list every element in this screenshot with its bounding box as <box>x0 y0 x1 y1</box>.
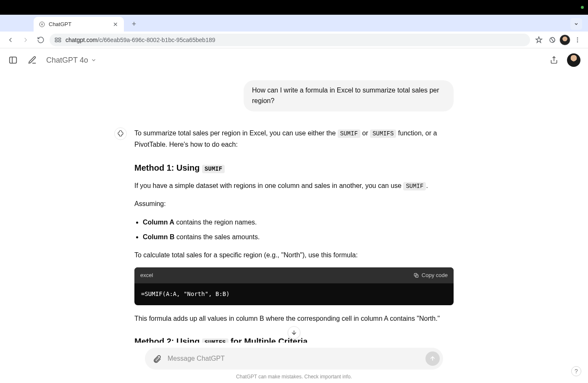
os-top-bar <box>0 0 588 15</box>
chatgpt-header: ChatGPT 4o <box>0 48 588 72</box>
browser-menu-icon[interactable] <box>571 34 584 46</box>
send-button[interactable] <box>425 351 440 366</box>
site-info-icon[interactable] <box>55 37 61 42</box>
method1-paragraph: If you have a simple dataset with region… <box>134 180 454 192</box>
svg-point-8 <box>577 41 578 42</box>
scroll-down-button[interactable] <box>288 326 300 339</box>
reload-button[interactable] <box>34 34 47 46</box>
address-input[interactable]: chatgpt.com/c/66eab59a-696c-8002-b1bc-95… <box>50 34 530 46</box>
assistant-intro: To summarize total sales per region in E… <box>134 127 454 151</box>
svg-rect-4 <box>58 40 60 42</box>
help-button[interactable]: ? <box>571 366 581 376</box>
arrow-up-icon <box>429 355 436 362</box>
attach-file-icon[interactable] <box>152 353 163 364</box>
message-input[interactable] <box>168 355 420 362</box>
svg-rect-9 <box>10 57 17 63</box>
assistant-message: To summarize total sales per region in E… <box>134 127 454 343</box>
message-input-bar[interactable] <box>145 348 443 370</box>
toggle-sidebar-icon[interactable] <box>8 55 18 66</box>
svg-rect-2 <box>58 38 60 39</box>
assistant-avatar-icon <box>114 127 127 140</box>
close-tab-icon[interactable]: ✕ <box>112 21 119 28</box>
model-selector[interactable]: ChatGPT 4o <box>46 56 97 65</box>
svg-point-6 <box>577 37 578 39</box>
calc-text: To calculate total sales for a specific … <box>134 249 454 261</box>
chevron-down-icon <box>91 57 97 63</box>
user-avatar-icon[interactable] <box>567 53 580 67</box>
list-item: Column A contains the region names. <box>143 217 454 228</box>
svg-rect-3 <box>55 40 57 42</box>
code-block: excel Copy code =SUMIF(A:A, "North", B:B… <box>134 267 454 305</box>
disclaimer-text: ChatGPT can make mistakes. Check importa… <box>0 374 588 380</box>
chatgpt-favicon-icon <box>39 21 45 28</box>
back-button[interactable] <box>4 34 17 46</box>
copy-code-button[interactable]: Copy code <box>413 271 448 280</box>
share-icon[interactable] <box>549 55 559 66</box>
svg-rect-1 <box>55 38 57 39</box>
code-language: excel <box>140 271 153 280</box>
browser-tab[interactable]: ChatGPT ✕ <box>34 17 124 32</box>
browser-tab-strip: ChatGPT ✕ + <box>0 15 588 32</box>
url-text: chatgpt.com/c/66eab59a-696c-8002-b1bc-95… <box>66 37 215 43</box>
model-name: ChatGPT 4o <box>46 56 88 65</box>
assumptions-list: Column A contains the region names. Colu… <box>143 217 454 243</box>
conversation-area: How can I write a formula in Excel to su… <box>0 72 588 343</box>
tabs-dropdown-button[interactable] <box>570 18 582 30</box>
code-content[interactable]: =SUMIF(A:A, "North", B:B) <box>134 283 454 305</box>
profile-avatar-icon[interactable] <box>559 34 570 45</box>
tab-title: ChatGPT <box>49 21 71 27</box>
new-tab-button[interactable]: + <box>128 18 140 30</box>
assuming-label: Assuming: <box>134 198 454 209</box>
bookmark-icon[interactable] <box>533 34 545 46</box>
code-inline: SUMIF <box>338 129 360 138</box>
arrow-down-icon <box>291 329 297 336</box>
code-inline: SUMIFS <box>370 129 396 138</box>
svg-point-7 <box>577 39 578 40</box>
user-message: How can I write a formula in Excel to su… <box>244 80 454 111</box>
new-chat-icon[interactable] <box>27 55 38 66</box>
forward-button[interactable] <box>19 34 32 46</box>
extension-icon[interactable] <box>546 34 559 46</box>
copy-icon <box>413 272 419 278</box>
browser-address-bar: chatgpt.com/c/66eab59a-696c-8002-b1bc-95… <box>0 32 588 48</box>
after-code-text: This formula adds up all values in colum… <box>134 313 454 324</box>
list-item: Column B contains the sales amounts. <box>143 231 454 243</box>
method1-heading: Method 1: Using SUMIF <box>134 161 454 175</box>
input-area: ChatGPT can make mistakes. Check importa… <box>0 348 588 383</box>
status-dot <box>581 6 584 9</box>
